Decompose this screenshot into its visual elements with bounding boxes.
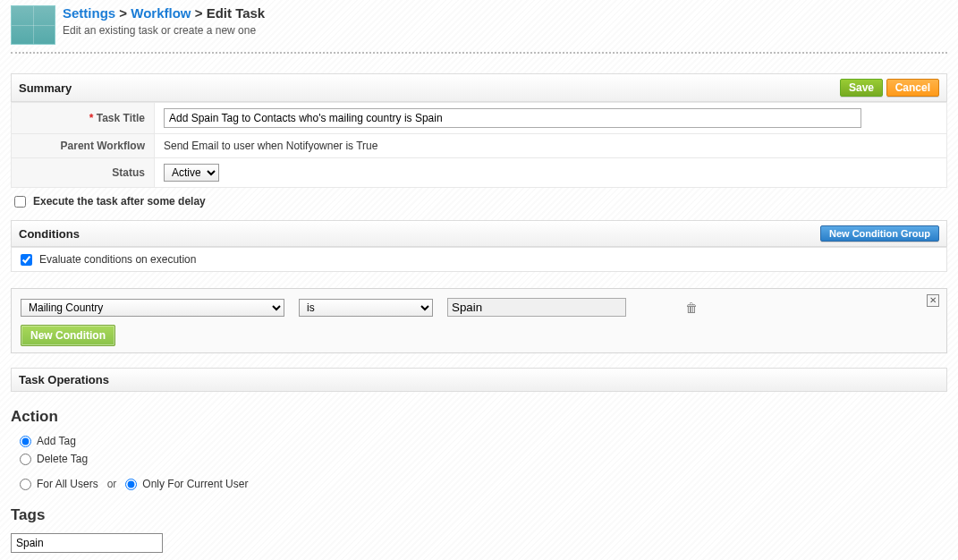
only-current-user-radio[interactable] xyxy=(125,479,137,490)
parent-workflow-label: Parent Workflow xyxy=(12,134,155,158)
page-header: Settings > Workflow > Edit Task Edit an … xyxy=(11,0,947,54)
condition-field-select[interactable]: Mailing Country xyxy=(21,299,284,317)
for-all-users-radio[interactable] xyxy=(20,479,31,490)
task-operations-title: Task Operations xyxy=(19,373,109,386)
delete-condition-icon[interactable]: 🗑 xyxy=(685,301,698,315)
breadcrumb-workflow[interactable]: Workflow xyxy=(131,5,191,21)
evaluate-conditions-checkbox[interactable] xyxy=(21,254,32,266)
condition-operator-select[interactable]: is xyxy=(299,299,433,317)
breadcrumb-sep: > xyxy=(119,5,131,21)
tags-input[interactable] xyxy=(11,533,163,553)
save-button[interactable]: Save xyxy=(840,79,883,97)
add-tag-radio[interactable] xyxy=(20,436,31,447)
breadcrumb-settings[interactable]: Settings xyxy=(63,5,115,21)
action-type-group: Add Tag Delete Tag xyxy=(20,435,947,465)
status-label: Status xyxy=(12,158,155,188)
delay-checkbox[interactable] xyxy=(14,196,26,208)
breadcrumb-current: Edit Task xyxy=(207,5,266,21)
condition-row: Mailing Country is 🗑 xyxy=(21,298,937,317)
new-condition-button[interactable]: New Condition xyxy=(21,325,115,346)
breadcrumb-sep: > xyxy=(195,5,207,21)
for-all-users-option[interactable]: For All Users xyxy=(20,478,98,490)
remove-group-icon[interactable]: ✕ xyxy=(927,294,939,307)
evaluate-conditions-label: Evaluate conditions on execution xyxy=(39,253,196,266)
task-title-input[interactable] xyxy=(164,108,861,128)
conditions-title: Conditions xyxy=(19,227,80,241)
task-operations-section-header: Task Operations xyxy=(11,368,947,392)
cancel-button[interactable]: Cancel xyxy=(886,79,939,97)
parent-workflow-value: Send Email to user when Notifyowner is T… xyxy=(155,134,947,158)
action-heading: Action xyxy=(11,408,947,426)
page-subtitle: Edit an existing task or create a new on… xyxy=(63,24,265,37)
task-title-label: * Task Title xyxy=(12,103,155,134)
add-tag-option[interactable]: Add Tag xyxy=(20,435,947,447)
conditions-evaluate-row: Evaluate conditions on execution xyxy=(11,247,947,272)
only-current-user-option[interactable]: Only For Current User xyxy=(125,478,248,490)
module-icon xyxy=(11,5,55,45)
conditions-section-header: Conditions New Condition Group xyxy=(11,220,947,247)
summary-title: Summary xyxy=(19,81,72,95)
summary-section-header: Summary Save Cancel xyxy=(11,73,947,102)
action-scope-group: For All Users or Only For Current User xyxy=(20,478,947,490)
tags-heading: Tags xyxy=(11,506,947,524)
delay-label: Execute the task after some delay xyxy=(33,195,206,208)
new-condition-group-button[interactable]: New Condition Group xyxy=(820,225,939,242)
breadcrumb: Settings > Workflow > Edit Task xyxy=(63,5,265,21)
condition-group: ✕ Mailing Country is 🗑 New Condition xyxy=(11,288,947,353)
summary-form: * Task Title Parent Workflow Send Email … xyxy=(11,102,947,188)
status-select[interactable]: Active xyxy=(164,164,219,182)
delay-row: Execute the task after some delay xyxy=(11,188,947,215)
condition-value-input[interactable] xyxy=(447,298,626,317)
delete-tag-option[interactable]: Delete Tag xyxy=(20,453,947,465)
or-label: or xyxy=(107,478,117,490)
delete-tag-radio[interactable] xyxy=(20,454,31,465)
